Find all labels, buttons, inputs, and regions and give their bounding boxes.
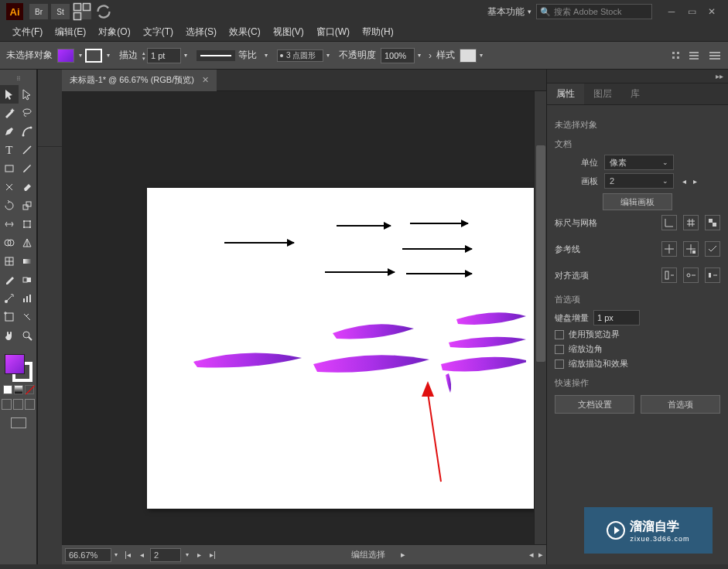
line-tool[interactable] <box>19 141 37 159</box>
chevron-down-icon[interactable]: ▾ <box>480 52 483 59</box>
chevron-down-icon[interactable]: ▾ <box>184 52 187 59</box>
chevron-down-icon[interactable]: ▾ <box>326 52 330 59</box>
scale-strokes-checkbox[interactable]: 缩放描边和效果 <box>555 358 720 370</box>
menu-window[interactable]: 窗口(W) <box>310 26 356 39</box>
stepper-down-icon[interactable]: ▾ <box>142 56 145 61</box>
snap-point-icon[interactable] <box>683 267 699 283</box>
stroke-profile-preview[interactable] <box>197 50 235 61</box>
chevron-down-icon[interactable]: ▾ <box>79 52 82 59</box>
symbol-sprayer-tool[interactable] <box>0 289 19 308</box>
style-swatch[interactable] <box>460 49 477 63</box>
stock-button[interactable]: St <box>51 4 70 19</box>
snap-grid-icon[interactable] <box>705 267 720 283</box>
opacity-input[interactable] <box>381 48 415 63</box>
menu-edit[interactable]: 编辑(E) <box>49 26 92 39</box>
bridge-button[interactable]: Br <box>29 4 48 19</box>
artboard-tool[interactable] <box>0 308 19 326</box>
scale-corners-checkbox[interactable]: 缩放边角 <box>555 343 720 355</box>
screen-mode[interactable] <box>11 417 26 428</box>
menu-help[interactable]: 帮助(H) <box>356 26 400 39</box>
draw-normal[interactable] <box>2 399 12 410</box>
next-artboard-button[interactable]: ▸ <box>192 548 206 562</box>
smart-guides-icon[interactable] <box>705 241 720 257</box>
draw-inside[interactable] <box>25 399 35 410</box>
draw-behind[interactable] <box>13 399 23 410</box>
shape-builder-tool[interactable] <box>0 233 19 252</box>
pen-tool[interactable] <box>0 122 19 141</box>
gradient-tool[interactable] <box>19 252 37 271</box>
snap-pixel-icon[interactable] <box>661 267 677 283</box>
panel-collapse-icon[interactable]: ▸▸ <box>547 70 728 83</box>
menu-object[interactable]: 对象(O) <box>92 26 136 39</box>
tab-layers[interactable]: 图层 <box>584 83 621 104</box>
scale-tool[interactable] <box>19 196 37 215</box>
stroke-weight-input[interactable] <box>147 48 181 63</box>
scrollbar-thumb[interactable] <box>536 145 545 362</box>
stepper-up-icon[interactable]: ▴ <box>142 50 145 56</box>
mesh-tool[interactable] <box>0 252 19 271</box>
show-guides-icon[interactable] <box>661 241 677 257</box>
scroll-left-icon[interactable]: ◂ <box>529 550 534 560</box>
menu-effect[interactable]: 效果(C) <box>223 26 267 39</box>
width-tool[interactable] <box>0 215 19 233</box>
eraser-tool[interactable] <box>19 178 37 196</box>
rectangle-tool[interactable] <box>0 159 19 178</box>
type-tool[interactable]: T <box>0 141 19 159</box>
first-artboard-button[interactable]: |◂ <box>121 548 135 562</box>
zoom-tool[interactable] <box>19 326 37 345</box>
fill-swatch[interactable] <box>57 49 74 63</box>
hand-tool[interactable] <box>0 326 19 345</box>
edit-artboard-button[interactable]: 编辑画板 <box>603 193 672 210</box>
color-mode-gradient[interactable] <box>14 385 23 394</box>
rotate-tool[interactable] <box>0 196 19 215</box>
stroke-label[interactable]: 描边 <box>119 49 138 62</box>
color-mode-solid[interactable] <box>3 385 12 394</box>
menu-view[interactable]: 视图(V) <box>267 26 310 39</box>
opacity-label[interactable]: 不透明度 <box>339 49 376 62</box>
grid-icon[interactable] <box>683 215 699 230</box>
style-label[interactable]: 样式 <box>436 49 455 62</box>
chevron-down-icon[interactable]: ▾ <box>265 52 268 59</box>
zoom-input[interactable]: 66.67% <box>65 548 111 562</box>
panel-grip-icon[interactable]: ⠿ <box>0 73 36 85</box>
slice-tool[interactable] <box>19 308 37 326</box>
workspace-switcher[interactable]: 基本功能 ▾ <box>487 5 531 19</box>
preferences-button[interactable]: 首选项 <box>641 395 720 414</box>
chevron-down-icon[interactable]: ▾ <box>107 52 110 59</box>
stroke-swatch[interactable] <box>85 49 102 63</box>
sync-icon[interactable] <box>94 4 113 19</box>
next-artboard-icon[interactable]: ▸ <box>689 173 700 189</box>
direct-selection-tool[interactable] <box>19 85 37 104</box>
fill-color[interactable] <box>5 354 25 374</box>
curvature-tool[interactable] <box>19 122 37 141</box>
menu-file[interactable]: 文件(F) <box>6 26 49 39</box>
align-icon[interactable] <box>671 50 683 61</box>
artboard[interactable] <box>147 188 546 509</box>
canvas[interactable] <box>62 91 534 544</box>
chevron-right-icon[interactable]: › <box>429 50 432 61</box>
arrange-docs-button[interactable] <box>73 4 91 19</box>
artboard-number-input[interactable]: 2 <box>150 548 181 562</box>
scroll-right-icon[interactable]: ▸ <box>538 550 543 560</box>
maximize-button[interactable]: ▭ <box>682 5 702 19</box>
chevron-down-icon[interactable]: ▾ <box>418 52 421 59</box>
menu-type[interactable]: 文字(T) <box>137 26 179 39</box>
lasso-tool[interactable] <box>19 104 37 122</box>
magic-wand-tool[interactable] <box>0 104 19 122</box>
perspective-tool[interactable] <box>19 233 37 252</box>
prev-artboard-icon[interactable]: ◂ <box>678 173 689 189</box>
use-preview-bounds-checkbox[interactable]: 使用预览边界 <box>555 329 720 340</box>
eyedropper-tool[interactable] <box>0 271 19 289</box>
shaper-tool[interactable] <box>0 178 19 196</box>
distribute-icon[interactable] <box>688 50 700 61</box>
chevron-down-icon[interactable]: ▾ <box>186 551 189 558</box>
selection-tool[interactable] <box>0 85 19 104</box>
chevron-down-icon[interactable]: ▾ <box>114 551 118 558</box>
menu-select[interactable]: 选择(S) <box>179 26 223 39</box>
tab-libraries[interactable]: 库 <box>621 83 649 104</box>
paintbrush-tool[interactable] <box>19 159 37 178</box>
color-mode-none[interactable] <box>25 385 34 394</box>
collapsed-panels-left[interactable] <box>37 70 62 564</box>
document-setup-button[interactable]: 文档设置 <box>555 395 634 414</box>
prev-artboard-button[interactable]: ◂ <box>135 548 149 562</box>
